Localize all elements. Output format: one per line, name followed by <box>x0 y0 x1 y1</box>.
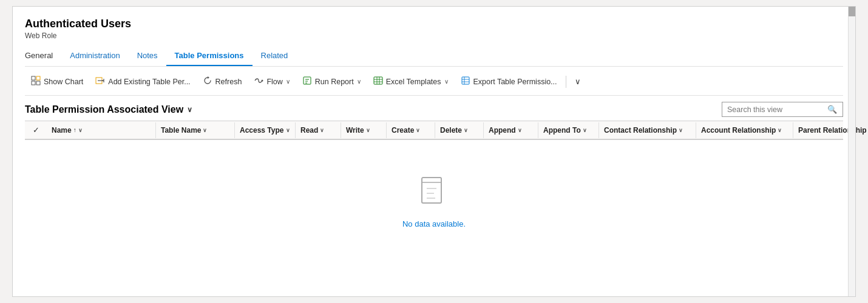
add-existing-button[interactable]: Add Existing Table Per... <box>89 73 196 90</box>
view-title-text: Table Permission Associated View <box>25 104 183 115</box>
svg-point-8 <box>262 80 263 82</box>
tab-bar: General Administration Notes Table Permi… <box>25 46 843 67</box>
col-access-label: Access Type <box>240 126 284 135</box>
tab-general[interactable]: General <box>25 46 61 66</box>
svg-rect-18 <box>462 77 469 84</box>
col-contact-chevron: ∨ <box>679 127 683 133</box>
col-header-append[interactable]: Append ∨ <box>484 122 538 138</box>
refresh-button[interactable]: Refresh <box>197 73 248 90</box>
col-append-chevron: ∨ <box>518 127 522 133</box>
svg-rect-0 <box>32 76 35 80</box>
flow-button[interactable]: Flow ∨ <box>248 73 296 90</box>
col-name-label: Name <box>52 126 72 135</box>
view-header: Table Permission Associated View ∨ 🔍 <box>25 96 843 121</box>
run-report-label: Run Report <box>315 78 354 86</box>
col-header-delete[interactable]: Delete ∨ <box>435 122 484 138</box>
toolbar-separator <box>566 76 566 88</box>
col-parent-label: Parent Relationship <box>798 126 867 135</box>
col-contact-label: Contact Relationship <box>604 126 677 135</box>
empty-state: No data available. <box>25 140 843 253</box>
main-card: Authenticated Users Web Role General Adm… <box>12 6 856 297</box>
toolbar-overflow-button[interactable]: ∨ <box>569 74 587 89</box>
add-existing-label: Add Existing Table Per... <box>108 78 190 86</box>
col-read-chevron: ∨ <box>320 127 324 133</box>
toolbar: Show Chart Add Existing Table Per... <box>25 67 843 96</box>
col-write-chevron: ∨ <box>366 127 370 133</box>
col-table-chevron: ∨ <box>203 127 207 133</box>
tab-related[interactable]: Related <box>253 46 297 66</box>
flow-chevron: ∨ <box>286 78 290 85</box>
col-header-read[interactable]: Read ∨ <box>296 122 341 138</box>
table-header: ✓ Name ↑ ∨ Table Name ∨ Access Type ∨ Re… <box>25 121 843 140</box>
col-check-header[interactable]: ✓ <box>25 125 47 135</box>
view-title-container: Table Permission Associated View ∨ <box>25 104 192 115</box>
excel-templates-chevron: ∨ <box>444 78 449 85</box>
svg-rect-13 <box>374 77 382 84</box>
refresh-label: Refresh <box>215 78 242 86</box>
col-appendto-label: Append To <box>543 126 581 135</box>
excel-templates-label: Excel Templates <box>386 78 441 86</box>
svg-rect-22 <box>422 178 441 203</box>
col-header-name[interactable]: Name ↑ ∨ <box>47 122 156 138</box>
empty-state-icon <box>419 176 449 212</box>
excel-templates-button[interactable]: Excel Templates ∨ <box>367 73 455 90</box>
show-chart-icon <box>31 76 41 87</box>
col-create-label: Create <box>392 126 414 135</box>
col-access-chevron: ∨ <box>286 127 290 133</box>
show-chart-button[interactable]: Show Chart <box>25 73 89 90</box>
show-chart-label: Show Chart <box>44 78 83 86</box>
col-header-write[interactable]: Write ∨ <box>341 122 387 138</box>
col-header-append-to[interactable]: Append To ∨ <box>538 122 599 138</box>
col-appendto-chevron: ∨ <box>583 127 587 133</box>
tab-notes[interactable]: Notes <box>129 46 166 66</box>
col-read-label: Read <box>300 126 318 135</box>
header-checkmark: ✓ <box>33 125 39 135</box>
record-header: Authenticated Users Web Role <box>25 18 843 40</box>
col-account-label: Account Relationship <box>701 126 776 135</box>
col-header-table-name[interactable]: Table Name ∨ <box>156 122 235 138</box>
tab-table-permissions[interactable]: Table Permissions <box>166 46 253 66</box>
col-append-label: Append <box>489 126 516 135</box>
col-delete-label: Delete <box>440 126 462 135</box>
col-write-label: Write <box>346 126 364 135</box>
col-header-access-type[interactable]: Access Type ∨ <box>235 122 296 138</box>
empty-state-text: No data available. <box>402 219 466 228</box>
export-table-label: Export Table Permissio... <box>473 78 557 86</box>
refresh-icon <box>203 76 212 87</box>
add-existing-icon <box>95 76 105 87</box>
export-table-button[interactable]: Export Table Permissio... <box>455 73 563 90</box>
run-report-icon <box>302 76 312 87</box>
run-report-chevron: ∨ <box>357 78 361 85</box>
search-box: 🔍 <box>722 102 843 117</box>
record-title: Authenticated Users <box>25 18 843 30</box>
flow-label: Flow <box>266 78 282 86</box>
col-header-account-relationship[interactable]: Account Relationship ∨ <box>696 122 793 138</box>
col-account-chevron: ∨ <box>778 127 782 133</box>
tab-administration[interactable]: Administration <box>61 46 128 66</box>
run-report-button[interactable]: Run Report ∨ <box>296 73 367 90</box>
flow-icon <box>254 76 263 87</box>
col-header-contact-relationship[interactable]: Contact Relationship ∨ <box>599 122 696 138</box>
svg-rect-2 <box>32 81 35 85</box>
scrollbar-thumb[interactable] <box>849 7 855 16</box>
search-input[interactable] <box>727 105 827 114</box>
col-header-create[interactable]: Create ∨ <box>387 122 435 138</box>
toolbar-overflow-icon: ∨ <box>575 77 581 86</box>
col-name-chevron: ∨ <box>78 127 83 133</box>
svg-rect-3 <box>36 81 40 85</box>
svg-rect-1 <box>36 76 40 80</box>
col-name-sort-asc: ↑ <box>73 127 76 133</box>
excel-templates-icon <box>373 76 383 87</box>
export-table-icon <box>461 76 470 87</box>
col-create-chevron: ∨ <box>416 127 420 133</box>
scrollbar-right[interactable] <box>848 7 855 296</box>
col-table-label: Table Name <box>161 126 201 135</box>
col-header-parent-relationship[interactable]: Parent Relationship ∨ <box>793 122 868 138</box>
view-title-chevron[interactable]: ∨ <box>187 105 192 114</box>
search-icon[interactable]: 🔍 <box>827 105 837 114</box>
col-delete-chevron: ∨ <box>464 127 468 133</box>
record-subtitle: Web Role <box>25 32 843 40</box>
